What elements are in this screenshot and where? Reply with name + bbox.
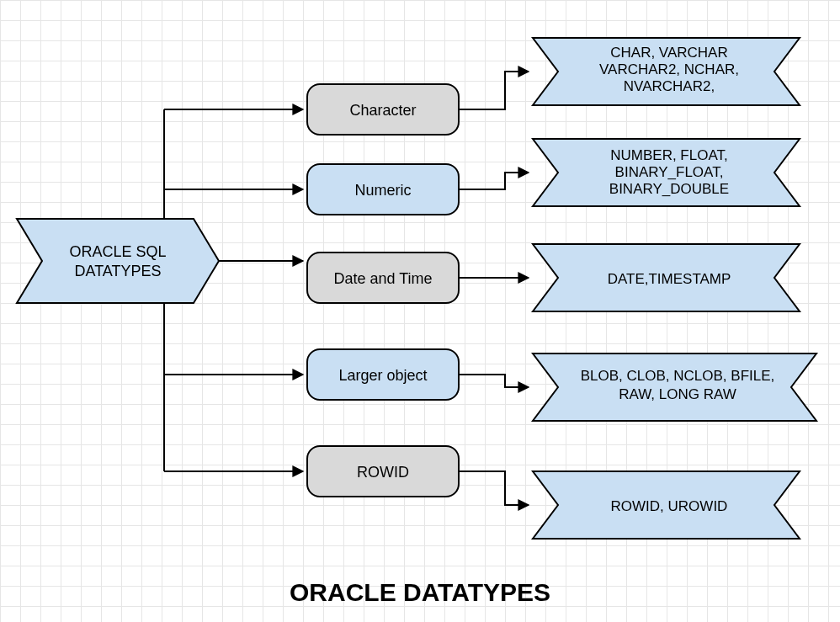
category-date-time: Date and Time DATE,TIMESTAMP: [219, 244, 800, 311]
root-label-2: DATATYPES: [74, 263, 161, 279]
category-rowid: ROWID ROWID, UROWID: [164, 446, 800, 539]
root-node: ORACLE SQL DATATYPES: [17, 219, 219, 303]
example-line: CHAR, VARCHAR: [610, 45, 727, 61]
example-line: NUMBER, FLOAT,: [610, 147, 727, 163]
example-line: BINARY_FLOAT,: [615, 164, 724, 180]
category-label: Larger object: [338, 367, 427, 384]
example-line: DATE,TIMESTAMP: [608, 271, 731, 287]
example-line: ROWID, UROWID: [611, 498, 728, 514]
example-line: BINARY_DOUBLE: [609, 181, 729, 197]
category-character: Character CHAR, VARCHAR VARCHAR2, NCHAR,…: [164, 38, 800, 135]
example-line: BLOB, CLOB, NCLOB, BFILE,: [581, 368, 775, 384]
diagram-title: ORACLE DATATYPES: [0, 578, 840, 607]
category-label: Numeric: [354, 182, 411, 199]
example-line: NVARCHAR2,: [624, 78, 715, 94]
root-label-1: ORACLE SQL: [69, 243, 166, 260]
category-larger-object: Larger object BLOB, CLOB, NCLOB, BFILE, …: [164, 349, 816, 421]
example-line: VARCHAR2, NCHAR,: [599, 61, 739, 77]
diagram-svg: ORACLE SQL DATATYPES Character CHAR, VAR…: [0, 0, 840, 622]
category-label: Date and Time: [333, 270, 432, 287]
example-line: RAW, LONG RAW: [619, 386, 736, 402]
category-label: Character: [349, 102, 416, 119]
category-label: ROWID: [357, 464, 409, 481]
category-numeric: Numeric NUMBER, FLOAT, BINARY_FLOAT, BIN…: [164, 139, 800, 215]
